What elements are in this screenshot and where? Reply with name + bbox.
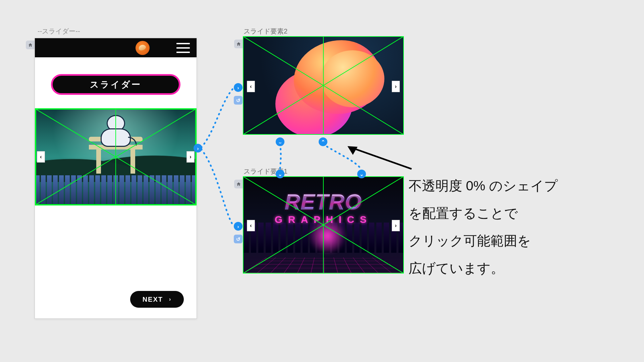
annotation-text: 不透明度 0% のシェイプ を配置することで クリック可能範囲を 広げています。 <box>409 172 558 282</box>
annotation-line: 広げています。 <box>409 254 558 282</box>
undo-icon[interactable]: ↺ <box>234 235 243 243</box>
link-node-right-icon[interactable]: › <box>234 83 243 92</box>
slider-next-button[interactable]: › <box>186 151 195 163</box>
next-label: NEXT <box>143 296 163 303</box>
app-logo-icon <box>136 41 150 55</box>
svg-marker-11 <box>347 146 358 155</box>
annotation-line: 不透明度 0% のシェイプ <box>409 172 558 199</box>
annotation-line: を配置することで <box>409 199 558 227</box>
el2-next-button[interactable]: › <box>392 81 400 92</box>
frame-label-el2: スライド要素2 <box>244 27 287 36</box>
el2-prev-button[interactable]: ‹ <box>247 81 255 92</box>
el1-next-button[interactable]: › <box>392 220 400 231</box>
home-icon[interactable] <box>234 180 243 188</box>
phone-header <box>35 38 197 57</box>
link-node-right-icon[interactable]: › <box>194 144 202 153</box>
slide-element-1[interactable]: RETRO GRAPHICS <box>243 176 404 274</box>
home-icon[interactable] <box>26 41 35 49</box>
retro-subtitle: GRAPHICS <box>275 214 372 225</box>
slide-element-2[interactable] <box>243 36 404 135</box>
undo-icon[interactable]: ↺ <box>234 96 243 105</box>
chevron-right-icon: › <box>169 296 171 302</box>
next-page-button[interactable]: NEXT › <box>130 291 184 308</box>
phone-frame: スライダー ‹ › NEXT › <box>35 38 197 319</box>
link-node-down-icon[interactable]: ⌄ <box>276 137 284 146</box>
home-icon[interactable] <box>234 40 243 48</box>
retro-title: RETRO <box>285 190 362 215</box>
link-node-up-icon[interactable]: ⌃ <box>319 137 327 146</box>
svg-line-10 <box>353 148 412 169</box>
hamburger-menu-icon[interactable] <box>176 43 190 53</box>
slider-prev-button[interactable]: ‹ <box>37 151 45 163</box>
link-node-right-icon[interactable]: › <box>234 222 243 231</box>
el1-prev-button[interactable]: ‹ <box>247 220 255 231</box>
pill-title: スライダー <box>51 74 180 95</box>
slider-image-area[interactable]: ‹ › <box>35 108 197 205</box>
link-node-down-icon[interactable]: ⌄ <box>276 170 284 178</box>
annotation-line: クリック可能範囲を <box>409 227 558 254</box>
annotation-arrow-icon <box>346 145 413 172</box>
frame-label-slider: --スライダー-- <box>38 27 80 36</box>
